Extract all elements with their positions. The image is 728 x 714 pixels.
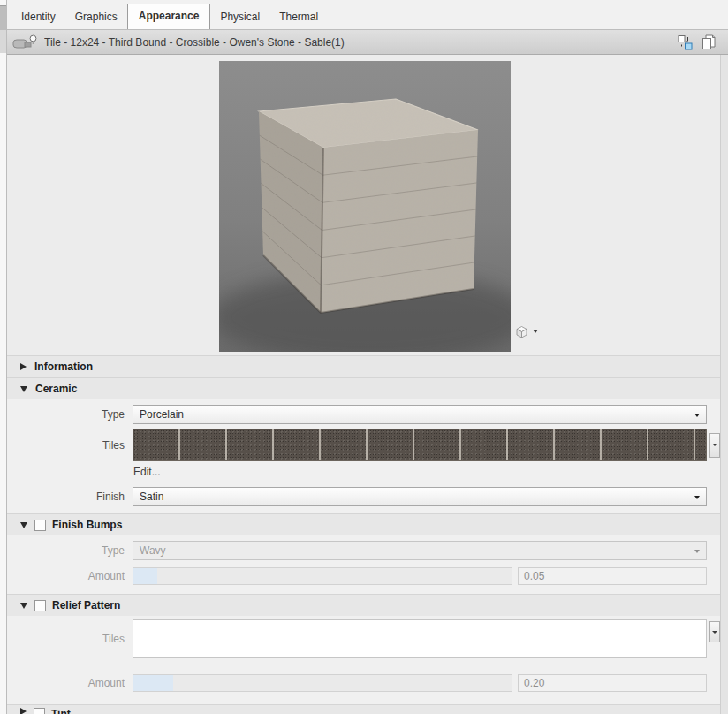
section-label: Ceramic xyxy=(35,383,77,395)
finish-dropdown[interactable]: Satin xyxy=(133,487,707,506)
cube-icon xyxy=(514,324,529,339)
tab-appearance[interactable]: Appearance xyxy=(127,4,211,29)
material-editor-panel: Identity Graphics Appearance Physical Th… xyxy=(0,0,728,714)
bump-type-label: Type xyxy=(7,544,133,557)
bump-amount-input[interactable]: 0.05 xyxy=(518,567,707,585)
slider-fill xyxy=(133,568,157,584)
swap-asset-icon[interactable] xyxy=(677,34,695,51)
preview-area xyxy=(7,55,720,355)
chevron-down-icon xyxy=(533,330,538,333)
finish-bumps-checkbox[interactable] xyxy=(34,520,46,531)
bump-type-value: Wavy xyxy=(140,544,166,557)
tab-thermal[interactable]: Thermal xyxy=(269,6,328,29)
section-ceramic[interactable]: Ceramic xyxy=(7,377,720,399)
section-label: Tint xyxy=(51,708,71,714)
edit-row: Edit... xyxy=(7,465,720,479)
asset-title-bar: Tile - 12x24 - Third Bound - Crossible -… xyxy=(7,29,728,55)
scrollbar-track[interactable] xyxy=(720,55,728,714)
title-bar-actions xyxy=(677,34,717,51)
relief-amount-label: Amount xyxy=(7,677,133,689)
section-information[interactable]: Information xyxy=(7,355,720,377)
ceramic-body: Type Porcelain Tiles Edit... Finish Sati… xyxy=(7,399,720,513)
relief-tiles-row: Tiles xyxy=(7,619,720,658)
chevron-down-icon xyxy=(712,631,717,634)
expand-arrow-icon[interactable] xyxy=(20,708,27,714)
left-panel-edge-block xyxy=(0,30,6,53)
chevron-down-icon xyxy=(694,550,700,553)
tiles-texture-swatch[interactable] xyxy=(133,429,707,461)
tab-bar: Identity Graphics Appearance Physical Th… xyxy=(7,0,728,29)
left-panel-edge xyxy=(0,0,7,714)
bump-type-row: Type Wavy xyxy=(7,541,720,560)
cube-render xyxy=(219,61,511,352)
finish-label: Finish xyxy=(7,490,133,503)
tiles-row: Tiles xyxy=(7,429,720,461)
chevron-down-icon xyxy=(712,444,717,446)
edit-texture-link[interactable]: Edit... xyxy=(133,466,161,478)
section-label: Finish Bumps xyxy=(52,519,122,531)
relief-pattern-checkbox[interactable] xyxy=(34,600,46,611)
render-asset-icon xyxy=(11,34,40,51)
collapse-arrow-icon[interactable] xyxy=(20,386,27,392)
expand-arrow-icon[interactable] xyxy=(20,363,27,370)
type-row: Type Porcelain xyxy=(7,405,720,424)
tint-checkbox[interactable] xyxy=(34,708,45,714)
relief-amount-input[interactable]: 0.20 xyxy=(518,674,707,692)
relief-pattern-body: Tiles Amount 0.20 xyxy=(7,616,720,704)
bump-amount-row: Amount 0.05 xyxy=(7,567,720,585)
ceramic-type-dropdown[interactable]: Porcelain xyxy=(133,405,707,424)
relief-amount-slider[interactable] xyxy=(133,674,512,692)
section-relief-pattern[interactable]: Relief Pattern xyxy=(7,594,720,616)
tab-identity[interactable]: Identity xyxy=(11,6,65,29)
collapse-arrow-icon[interactable] xyxy=(20,603,27,609)
collapse-arrow-icon[interactable] xyxy=(20,522,27,528)
relief-amount-row: Amount 0.20 xyxy=(7,674,720,692)
preview-shape-button[interactable] xyxy=(514,320,548,343)
finish-bumps-body: Type Wavy Amount 0.05 xyxy=(7,536,720,594)
relief-tiles-slot[interactable] xyxy=(133,619,707,658)
type-label: Type xyxy=(7,408,133,421)
tab-physical[interactable]: Physical xyxy=(210,6,269,29)
section-finish-bumps[interactable]: Finish Bumps xyxy=(7,513,720,536)
chevron-down-icon xyxy=(694,496,700,499)
ceramic-type-value: Porcelain xyxy=(140,408,184,421)
relief-tiles-label: Tiles xyxy=(7,633,133,645)
finish-row: Finish Satin xyxy=(7,487,720,506)
bump-amount-label: Amount xyxy=(7,570,133,582)
tab-graphics[interactable]: Graphics xyxy=(65,6,127,29)
section-label: Information xyxy=(34,361,93,373)
relief-tiles-options-button[interactable] xyxy=(709,621,720,642)
duplicate-asset-icon[interactable] xyxy=(700,34,717,51)
tiles-options-button[interactable] xyxy=(709,433,720,458)
section-tint[interactable]: Tint xyxy=(7,704,720,714)
material-preview xyxy=(219,61,511,352)
slider-fill xyxy=(133,675,173,691)
bump-type-dropdown[interactable]: Wavy xyxy=(133,541,707,560)
finish-value: Satin xyxy=(140,490,163,503)
bump-amount-value: 0.05 xyxy=(524,570,544,582)
chevron-down-icon xyxy=(694,414,700,417)
left-panel-edge-block xyxy=(0,5,6,31)
asset-properties: Information Ceramic Type Porcelain Tiles… xyxy=(7,355,720,714)
section-label: Relief Pattern xyxy=(52,599,120,611)
bump-amount-slider[interactable] xyxy=(133,567,512,585)
asset-title: Tile - 12x24 - Third Bound - Crossible -… xyxy=(44,36,345,49)
tiles-label: Tiles xyxy=(7,439,133,452)
relief-amount-value: 0.20 xyxy=(524,677,544,689)
